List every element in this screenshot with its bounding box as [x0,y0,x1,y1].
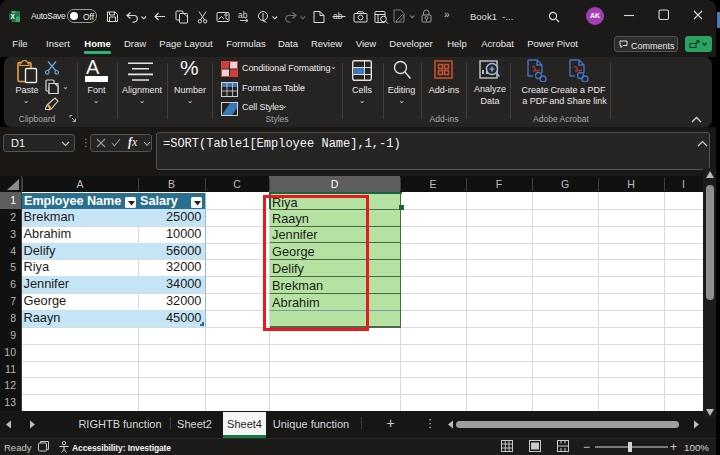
svg-text:X: X [11,13,16,20]
svg-text:ab: ab [238,10,248,20]
